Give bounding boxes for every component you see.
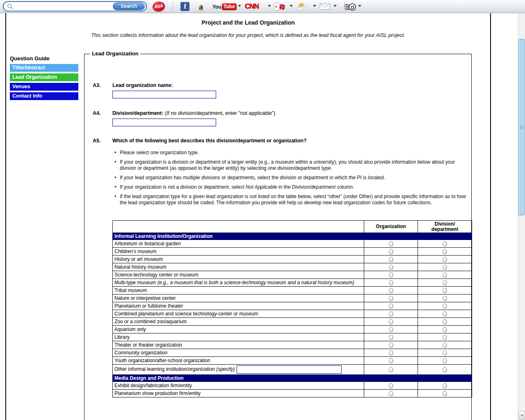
games-cards-dice-icon[interactable]: ♦ [273, 2, 287, 11]
question-a5-number: A5. [93, 138, 100, 144]
radio-organization[interactable] [389, 391, 393, 396]
header-organization: Organization [364, 221, 418, 233]
radio-division-department[interactable] [443, 257, 447, 262]
radio-division-department[interactable] [443, 311, 447, 317]
lead-organization-name-input[interactable] [112, 91, 216, 98]
radio-organization-cell [364, 357, 418, 365]
ask-logo-icon[interactable]: Ask [152, 1, 165, 12]
radio-organization[interactable] [389, 383, 393, 388]
radio-organization[interactable] [389, 280, 393, 285]
text-segment: Planetarium show production firm/entity [114, 390, 201, 396]
a5-bullet: If your organization is not a division o… [113, 184, 468, 190]
radio-organization[interactable] [389, 257, 393, 262]
mail-icon[interactable] [320, 3, 330, 10]
radio-division-department[interactable] [443, 319, 447, 324]
org-type-label: Other informal learning institution/orga… [113, 365, 364, 375]
dictionary-dropdown-icon[interactable] [358, 5, 361, 7]
scrollbar-thumb[interactable] [518, 39, 525, 215]
radio-organization-cell [364, 310, 418, 318]
text-segment: Youth organization/after-school organiza… [114, 358, 210, 363]
other-informal-specify-input[interactable] [237, 365, 342, 374]
youtube-icon[interactable]: You Tube [212, 3, 237, 10]
radio-organization[interactable] [389, 241, 393, 247]
text-segment: one [151, 150, 159, 155]
radio-division-department[interactable] [443, 241, 447, 247]
radio-division-department[interactable] [443, 296, 447, 301]
radio-organization[interactable] [389, 265, 393, 270]
radio-organization[interactable] [389, 319, 393, 324]
text-segment: Other informal learning institution/orga… [114, 366, 216, 372]
question-a5-label: Which of the following best describes th… [112, 138, 307, 144]
radio-division-department[interactable] [443, 367, 447, 372]
radio-organization[interactable] [389, 304, 393, 309]
radio-organization-cell [364, 248, 418, 256]
table-section-row: Media Design and Production [113, 375, 472, 382]
radio-organization[interactable] [389, 327, 393, 332]
radio-organization[interactable] [389, 311, 393, 317]
search-button[interactable]: Search [113, 2, 145, 10]
dictionary-icon[interactable]: D [344, 2, 357, 11]
sidebar-item-venues[interactable]: Venues [10, 83, 78, 91]
radio-division-department[interactable] [443, 335, 447, 340]
vertical-scrollbar[interactable] [518, 13, 525, 420]
cnn-icon[interactable]: CNN [245, 2, 259, 11]
question-a3-number: A3. [93, 82, 100, 88]
radio-organization[interactable] [389, 288, 393, 293]
facebook-icon[interactable]: f [180, 2, 189, 11]
radio-division-department[interactable] [443, 280, 447, 285]
radio-division-department[interactable] [443, 350, 447, 356]
cnn-dropdown-icon[interactable] [268, 5, 271, 7]
scrollbar-down-button[interactable] [518, 411, 525, 420]
youtube-dropdown-icon[interactable] [238, 5, 241, 7]
org-type-label: Nature or interpretive center [113, 294, 364, 302]
sidebar-item-contact-info[interactable]: Contact Info [10, 92, 78, 100]
weather-icon[interactable] [296, 2, 308, 11]
table-row: Library [113, 333, 472, 341]
table-section-row: Informal Learning Institution/Organizati… [113, 233, 472, 240]
radio-organization[interactable] [389, 272, 393, 278]
org-type-label: Youth organization/after-school organiza… [113, 357, 364, 365]
radio-division-department[interactable] [443, 327, 447, 332]
radio-organization[interactable] [389, 350, 393, 356]
a5-bullet: If your organization is a division or de… [113, 159, 468, 171]
radio-division-department[interactable] [443, 304, 447, 309]
radio-division-department[interactable] [443, 249, 447, 254]
table-section-title: Media Design and Production [113, 375, 472, 382]
games-dropdown-icon[interactable] [290, 5, 293, 7]
radio-organization[interactable] [389, 342, 393, 348]
radio-division-department[interactable] [443, 272, 447, 278]
radio-division-department[interactable] [443, 342, 447, 348]
sidebar-item-lead-organization[interactable]: Lead Organization [10, 73, 78, 81]
radio-organization-cell [364, 279, 418, 287]
radio-division-department-cell [418, 263, 472, 271]
radio-division-department[interactable] [443, 383, 447, 388]
lead-organization-fieldset: Lead Organization A3. Lead organization … [84, 54, 472, 420]
mail-dropdown-icon[interactable] [333, 5, 337, 7]
fieldset-legend: Lead Organization [90, 50, 140, 57]
radio-organization[interactable] [389, 296, 393, 301]
search-box[interactable]: Search [3, 1, 147, 11]
radio-organization-cell [364, 341, 418, 349]
radio-organization[interactable] [389, 335, 393, 340]
radio-division-department[interactable] [443, 391, 447, 396]
weather-dropdown-icon[interactable] [313, 5, 316, 7]
table-row: Planetarium show production firm/entity [113, 390, 472, 397]
radio-organization[interactable] [389, 358, 393, 363]
radio-division-department[interactable] [443, 265, 447, 270]
division-department-input[interactable] [112, 119, 216, 126]
text-segment: Division/department [292, 184, 336, 190]
radio-division-department[interactable] [443, 288, 447, 293]
radio-organization[interactable] [389, 367, 393, 372]
radio-organization[interactable] [389, 249, 393, 254]
radio-division-department[interactable] [443, 358, 447, 363]
radio-division-department-cell [418, 310, 472, 318]
table-row: Zoo or a combined zoo/aquarium [113, 318, 472, 326]
org-type-label: Multi-type museum (e.g., a museum that i… [113, 279, 364, 287]
amazon-icon[interactable]: a [196, 2, 206, 11]
text-segment: division/department type. [276, 165, 332, 171]
table-row: Tribal museum [113, 287, 472, 294]
radio-division-department-cell [418, 302, 472, 310]
header-division-department: Division/ department [418, 221, 472, 233]
sidebar-item-title-abstract[interactable]: Title/Abstract [10, 64, 78, 72]
radio-division-department-cell [418, 271, 472, 279]
